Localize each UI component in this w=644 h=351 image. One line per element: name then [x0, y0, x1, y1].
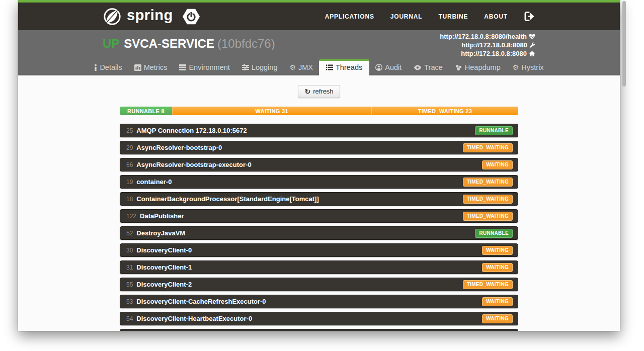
- thread-state-badge: RUNNABLE: [475, 229, 513, 238]
- tab-jmx[interactable]: ⚙ JMX: [283, 60, 319, 75]
- cogs-icon: ⚙: [289, 64, 296, 71]
- nav-item[interactable]: ABOUT: [484, 13, 508, 20]
- thread-row[interactable]: 122 DataPublisher TIMED_WAITING: [120, 209, 518, 223]
- thread-state-badge: WAITING: [482, 263, 513, 272]
- refresh-label: refresh: [313, 87, 333, 95]
- thread-row[interactable]: 53 DiscoveryClient-CacheRefreshExecutor-…: [120, 295, 518, 308]
- thread-name: AMQP Connection 172.18.0.10:5672: [136, 127, 247, 134]
- thread-state-segment: RUNNABLE 8: [120, 107, 172, 115]
- tab-label: Logging: [252, 63, 278, 71]
- thread-state-badge: RUNNABLE: [475, 126, 513, 135]
- thread-id: 55: [126, 281, 133, 288]
- thread-id: 18: [126, 196, 133, 203]
- logout-icon[interactable]: [523, 10, 535, 23]
- thread-id: 54: [126, 315, 133, 322]
- browser-page: spring APPLICATIONS JOURNAL TURBINE ABOU…: [18, 0, 620, 331]
- thread-id: 66: [126, 161, 133, 168]
- sliders-icon: [242, 64, 249, 70]
- tab-label: Details: [100, 63, 122, 71]
- tab-metrics[interactable]: Metrics: [128, 60, 174, 75]
- thread-row[interactable]: 25 AMQP Connection 172.18.0.10:5672 RUNN…: [120, 124, 518, 137]
- heartbeat-icon: [529, 34, 535, 40]
- thread-state-badge: WAITING: [482, 297, 513, 306]
- thread-state-badge: TIMED_WAITING: [463, 195, 513, 204]
- thread-state-badge: TIMED_WAITING: [463, 178, 513, 187]
- thread-state-badge: TIMED_WAITING: [463, 280, 513, 289]
- brand-wordmark: spring: [127, 7, 173, 24]
- thread-name: ContainerBackgroundProcessor[StandardEng…: [136, 195, 318, 203]
- tab-label: Environment: [189, 63, 229, 71]
- tab-threads[interactable]: Threads: [319, 59, 369, 75]
- tab-logging[interactable]: Logging: [236, 60, 284, 75]
- thread-row[interactable]: 29 AsyncResolver-bootstrap-0 TIMED_WAITI…: [120, 141, 518, 154]
- thread-row[interactable]: 31 DiscoveryClient-1 WAITING: [120, 260, 518, 274]
- thread-row[interactable]: 66 AsyncResolver-bootstrap-executor-0 WA…: [120, 158, 518, 171]
- service-url: http://172.18.0.8:8080: [461, 41, 527, 49]
- thread-row[interactable]: 55 DiscoveryClient-2 TIMED_WAITING: [120, 278, 518, 291]
- nav-item[interactable]: TURBINE: [438, 13, 468, 20]
- thread-row[interactable]: 30 DiscoveryClient-0 WAITING: [120, 243, 518, 257]
- nav-links: APPLICATIONS JOURNAL TURBINE ABOUT: [325, 13, 508, 20]
- thread-row[interactable]: 18 ContainerBackgroundProcessor[Standard…: [120, 192, 518, 206]
- tab-audit[interactable]: Audit: [369, 60, 408, 75]
- tab-details[interactable]: Details: [88, 60, 128, 75]
- gear-icon: ⚙: [513, 64, 519, 71]
- spring-boot-icon: [182, 8, 200, 26]
- thread-state-badge: WAITING: [482, 314, 513, 323]
- thread-state-badge: WAITING: [482, 246, 513, 255]
- thread-state-bar: RUNNABLE 8 WAITING 31 TIMED_WAITING 23: [120, 107, 518, 115]
- application-id: (10bfdc76): [217, 37, 275, 50]
- thread-name: DestroyJavaVM: [136, 229, 185, 237]
- tab-label: Hystrix: [521, 63, 543, 71]
- list-rows-icon: [179, 64, 186, 70]
- thread-id: 30: [126, 247, 133, 254]
- thread-id: 31: [126, 264, 133, 271]
- thread-row[interactable]: 54 DiscoveryClient-HeartbeatExecutor-0 W…: [120, 312, 518, 325]
- thread-name: DiscoveryClient-0: [136, 246, 192, 254]
- application-name: SVCA-SERVICE: [124, 37, 214, 50]
- thread-id: 53: [126, 298, 133, 305]
- thread-state-segment: TIMED_WAITING 23: [371, 107, 518, 115]
- service-url-link[interactable]: http://172.18.0.8:8080/health: [440, 32, 535, 41]
- thread-name: container-0: [136, 178, 172, 186]
- thread-name: AsyncResolver-bootstrap-0: [136, 144, 222, 151]
- thread-row[interactable]: 19 container-0 TIMED_WAITING: [120, 175, 518, 189]
- tab-bar: Details Metrics Environment Logging ⚙ JM…: [103, 59, 535, 75]
- thread-id: 122: [126, 213, 136, 220]
- tab-label: Metrics: [144, 63, 168, 71]
- home-icon: [529, 51, 535, 57]
- service-url-link[interactable]: http://172.18.0.8:8080: [440, 49, 535, 58]
- top-navbar: spring APPLICATIONS JOURNAL TURBINE ABOU…: [18, 3, 620, 30]
- thread-name: DiscoveryClient-HeartbeatExecutor-0: [136, 315, 252, 322]
- tab-label: Threads: [336, 63, 362, 71]
- thread-id: 25: [126, 127, 133, 134]
- tab-trace[interactable]: Trace: [408, 60, 449, 75]
- tab-hystrix[interactable]: ⚙ Hystrix: [507, 60, 550, 75]
- thread-list: 25 AMQP Connection 172.18.0.10:5672 RUNN…: [120, 124, 518, 331]
- nav-item[interactable]: APPLICATIONS: [325, 13, 374, 20]
- tab-heapdump[interactable]: Heapdump: [449, 60, 507, 75]
- thread-state-segment: WAITING 31: [172, 107, 371, 115]
- service-url: http://172.18.0.8:8080: [461, 49, 527, 58]
- cluster-icon: [455, 64, 462, 71]
- refresh-button[interactable]: ↻ refresh: [298, 85, 340, 98]
- tab-label: Heapdump: [465, 63, 501, 71]
- service-url: http://172.18.0.8:8080/health: [440, 32, 527, 41]
- spring-brand[interactable]: spring: [103, 7, 200, 26]
- nav-item[interactable]: JOURNAL: [390, 13, 423, 20]
- thread-row-partial[interactable]: [120, 329, 518, 331]
- thread-row[interactable]: 52 DestroyJavaVM RUNNABLE: [120, 226, 518, 240]
- thread-id: 52: [126, 230, 133, 237]
- tab-environment[interactable]: Environment: [173, 60, 235, 75]
- service-url-link[interactable]: http://172.18.0.8:8080: [440, 41, 535, 49]
- thread-name: DiscoveryClient-2: [136, 281, 192, 288]
- threads-panel: ↻ refresh RUNNABLE 8 WAITING 31 TIMED_WA…: [18, 75, 620, 331]
- status-badge: UP: [103, 37, 119, 50]
- thread-name: DiscoveryClient-1: [136, 264, 192, 271]
- service-urls: http://172.18.0.8:8080/health http://172…: [440, 32, 535, 58]
- scrollbar[interactable]: [622, 1, 626, 86]
- wrench-icon: [529, 42, 535, 48]
- thread-id: 19: [126, 179, 133, 186]
- tab-label: JMX: [298, 63, 313, 71]
- tab-label: Trace: [424, 63, 443, 71]
